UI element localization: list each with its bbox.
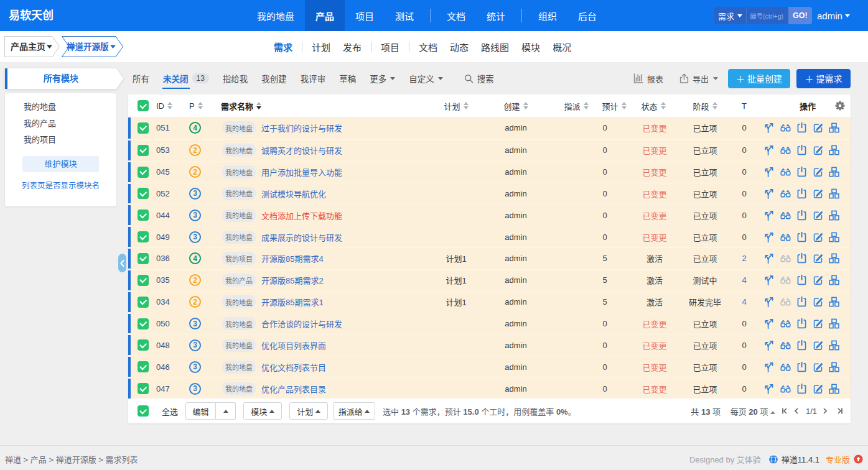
svg-text:产品主页: 产品主页 [11,42,45,52]
svg-text:禅道开源版: 禅道开源版 [66,42,109,52]
